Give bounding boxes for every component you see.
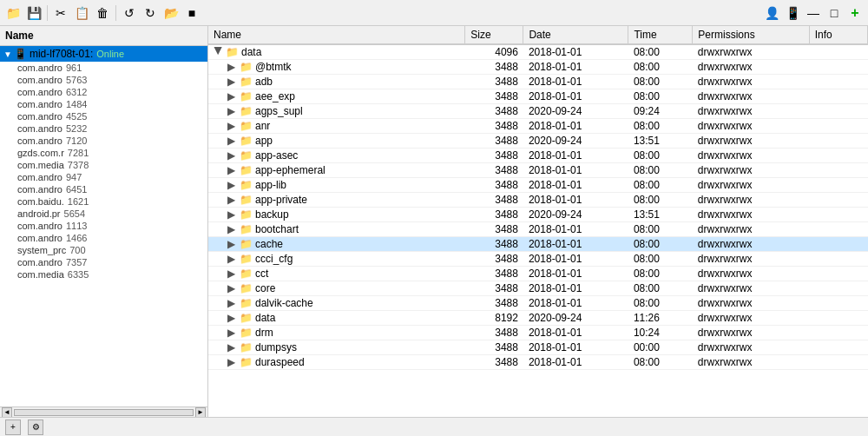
process-item[interactable]: com.andro961 (0, 62, 207, 74)
expand-arrow[interactable]: ▶ (227, 253, 238, 265)
expand-arrow[interactable]: ▶ (227, 297, 238, 309)
file-browser-content[interactable]: Name Size Date Time Permissions Info ▶ 📁… (208, 26, 868, 417)
process-item[interactable]: android.pr5654 (0, 208, 207, 220)
col-header-time[interactable]: Time (628, 26, 693, 44)
expand-arrow[interactable]: ▶ (227, 327, 238, 339)
col-header-info[interactable]: Info (809, 26, 867, 44)
file-date: 2020-09-24 (523, 208, 628, 222)
table-row[interactable]: ▶ 📁 dumpsys 3488 2018-01-01 00:00 drwxrw… (208, 340, 868, 355)
toolbar-add-btn[interactable]: + (845, 3, 865, 23)
process-item[interactable]: com.andro7120 (0, 135, 207, 147)
device-item[interactable]: ▼ 📱 mid-lf708t-01: Online (0, 46, 207, 62)
file-name: data (241, 46, 261, 58)
toolbar-delete-btn[interactable]: 🗑 (93, 3, 112, 23)
process-item[interactable]: com.andro4525 (0, 110, 207, 122)
table-row[interactable]: ▶ 📁 app-ephemeral 3488 2018-01-01 08:00 … (208, 163, 868, 178)
expand-arrow[interactable]: ▶ (227, 268, 238, 280)
toolbar-folder-btn[interactable]: 📂 (161, 3, 181, 23)
toolbar-cut-btn[interactable]: ✂ (51, 3, 70, 23)
expand-arrow[interactable]: ▶ (227, 135, 238, 147)
expand-arrow[interactable]: ▶ (227, 164, 238, 176)
table-row[interactable]: ▶ 📁 aee_exp 3488 2018-01-01 08:00 drwxrw… (208, 89, 868, 104)
expand-arrow[interactable]: ▶ (227, 149, 238, 162)
table-row[interactable]: ▶ 📁 dalvik-cache 3488 2018-01-01 08:00 d… (208, 296, 868, 311)
process-item[interactable]: com.media6335 (0, 268, 207, 281)
toolbar-user-btn[interactable]: 👤 (762, 3, 781, 23)
col-header-size[interactable]: Size (465, 26, 523, 44)
table-row[interactable]: ▶ 📁 bootchart 3488 2018-01-01 08:00 drwx… (208, 222, 868, 237)
table-row[interactable]: ▶ 📁 core 3488 2018-01-01 08:00 drwxrwxrw… (208, 281, 868, 296)
toolbar-stop-btn[interactable]: ■ (182, 3, 201, 23)
left-panel-content[interactable]: ▼ 📱 mid-lf708t-01: Online com.andro961co… (0, 46, 207, 406)
table-row[interactable]: ▶ 📁 data 4096 2018-01-01 08:00 drwxrwxrw… (208, 44, 868, 60)
table-row[interactable]: ▶ 📁 app-private 3488 2018-01-01 08:00 dr… (208, 193, 868, 208)
process-item[interactable]: com.andro1113 (0, 220, 207, 232)
table-row[interactable]: ▶ 📁 drm 3488 2018-01-01 10:24 drwxrwxrwx (208, 326, 868, 340)
expand-arrow[interactable]: ▶ (227, 90, 238, 102)
process-item[interactable]: com.andro1466 (0, 232, 207, 244)
toolbar-open-btn[interactable]: 📁 (3, 3, 23, 23)
col-header-name[interactable]: Name (208, 26, 465, 44)
table-row[interactable]: ▶ 📁 cache 3488 2018-01-01 08:00 drwxrwxr… (208, 237, 868, 252)
process-item[interactable]: com.andro5232 (0, 122, 207, 135)
file-date: 2018-01-01 (523, 281, 628, 296)
table-row[interactable]: ▶ 📁 cct 3488 2018-01-01 08:00 drwxrwxrwx (208, 267, 868, 281)
scroll-right-btn[interactable]: ► (195, 407, 206, 418)
toolbar-copy-btn[interactable]: 📋 (72, 3, 91, 23)
process-item[interactable]: gzds.com.r7281 (0, 147, 207, 159)
file-date: 2018-01-01 (523, 193, 628, 208)
expand-arrow[interactable]: ▶ (227, 356, 238, 368)
table-row[interactable]: ▶ 📁 app-asec 3488 2018-01-01 08:00 drwxr… (208, 149, 868, 163)
process-item[interactable]: com.andro1484 (0, 98, 207, 110)
table-row[interactable]: ▶ 📁 ccci_cfg 3488 2018-01-01 08:00 drwxr… (208, 252, 868, 267)
table-row[interactable]: ▶ 📁 adb 3488 2018-01-01 08:00 drwxrwxrwx (208, 75, 868, 89)
expand-arrow[interactable]: ▶ (227, 341, 238, 353)
table-row[interactable]: ▶ 📁 backup 3488 2020-09-24 13:51 drwxrwx… (208, 208, 868, 222)
table-row[interactable]: ▶ 📁 duraspeed 3488 2018-01-01 08:00 drwx… (208, 355, 868, 370)
toolbar-refresh1-btn[interactable]: ↺ (120, 3, 139, 23)
expand-arrow[interactable]: ▶ (227, 105, 238, 117)
table-row[interactable]: ▶ 📁 @btmtk 3488 2018-01-01 08:00 drwxrwx… (208, 60, 868, 75)
left-panel-header: Name (0, 26, 207, 46)
process-item[interactable]: com.andro7357 (0, 256, 207, 268)
file-date: 2018-01-01 (523, 326, 628, 340)
file-info (809, 267, 867, 281)
file-permissions: drwxrwxrwx (693, 222, 809, 237)
expand-arrow[interactable]: ▶ (227, 312, 238, 324)
toolbar-device-btn[interactable]: 📱 (783, 3, 802, 23)
process-item[interactable]: system_prc700 (0, 244, 207, 256)
process-item[interactable]: com.andro6451 (0, 183, 207, 195)
expand-arrow[interactable]: ▶ (227, 61, 238, 73)
status-settings-btn[interactable]: ⚙ (28, 419, 43, 435)
expand-arrow[interactable]: ▶ (227, 76, 238, 88)
toolbar-refresh2-btn[interactable]: ↻ (141, 3, 160, 23)
process-item[interactable]: com.baidu.1621 (0, 195, 207, 208)
col-header-date[interactable]: Date (523, 26, 628, 44)
table-row[interactable]: ▶ 📁 agps_supl 3488 2020-09-24 09:24 drwx… (208, 104, 868, 119)
process-item[interactable]: com.media7378 (0, 159, 207, 171)
expand-arrow[interactable]: ▶ (227, 194, 238, 206)
expand-arrow[interactable]: ▶ (227, 282, 238, 294)
expand-arrow[interactable]: ▶ (227, 238, 238, 250)
table-row[interactable]: ▶ 📁 app 3488 2020-09-24 13:51 drwxrwxrwx (208, 134, 868, 149)
table-row[interactable]: ▶ 📁 app-lib 3488 2018-01-01 08:00 drwxrw… (208, 178, 868, 193)
expand-arrow[interactable]: ▶ (227, 208, 238, 221)
col-header-permissions[interactable]: Permissions (693, 26, 809, 44)
expand-arrow[interactable]: ▶ (213, 47, 225, 57)
file-time: 08:00 (628, 75, 693, 89)
table-row[interactable]: ▶ 📁 data 8192 2020-09-24 11:26 drwxrwxrw… (208, 311, 868, 326)
process-item[interactable]: com.andro947 (0, 171, 207, 183)
expand-arrow[interactable]: ▶ (227, 223, 238, 235)
status-add-btn[interactable]: + (5, 419, 21, 435)
scroll-track[interactable] (14, 409, 194, 416)
expand-arrow[interactable]: ▶ (227, 120, 238, 132)
expand-arrow[interactable]: ▶ (227, 179, 238, 191)
toolbar-save-btn[interactable]: 💾 (24, 3, 43, 23)
file-time: 11:26 (628, 311, 693, 326)
process-item[interactable]: com.andro5763 (0, 74, 207, 86)
toolbar-maximize-btn[interactable]: □ (825, 3, 844, 23)
toolbar-minimize-btn[interactable]: — (804, 3, 823, 23)
table-row[interactable]: ▶ 📁 anr 3488 2018-01-01 08:00 drwxrwxrwx (208, 119, 868, 134)
scroll-left-btn[interactable]: ◄ (2, 407, 12, 418)
process-item[interactable]: com.andro6312 (0, 86, 207, 98)
